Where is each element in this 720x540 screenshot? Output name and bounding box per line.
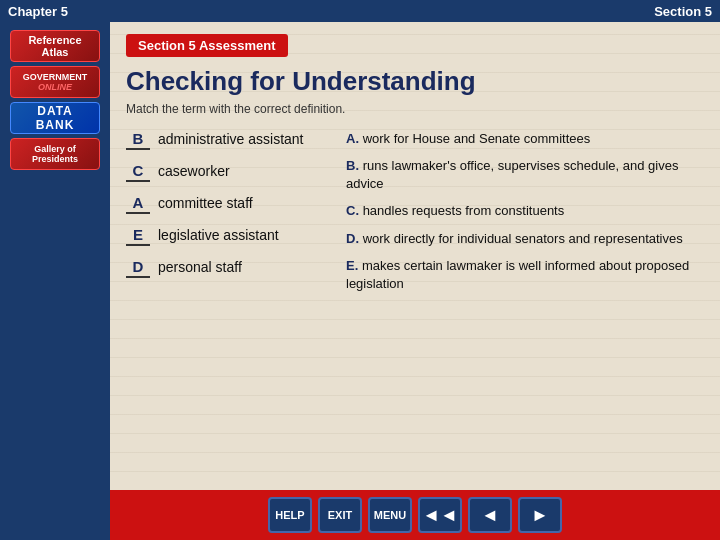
term-text: committee staff: [158, 194, 253, 212]
definition-item: E. makes certain lawmaker is well inform…: [346, 257, 704, 292]
sidebar-item-gallery[interactable]: Gallery ofPresidents: [10, 138, 100, 170]
bottom-nav-bar: HELPEXITMENU◄◄◄►: [110, 490, 720, 540]
def-letter: D.: [346, 231, 359, 246]
answer-blank: A: [126, 194, 150, 214]
answer-blank: C: [126, 162, 150, 182]
def-text: makes certain lawmaker is well informed …: [346, 258, 689, 291]
term-item: E legislative assistant: [126, 226, 326, 246]
section-badge: Section 5 Assessment: [126, 34, 288, 57]
def-text: work for House and Senate committees: [363, 131, 591, 146]
term-text: personal staff: [158, 258, 242, 276]
def-letter: C.: [346, 203, 359, 218]
term-text: caseworker: [158, 162, 230, 180]
nav-button-[interactable]: ►: [518, 497, 562, 533]
definition-item: B. runs lawmaker's office, supervises sc…: [346, 157, 704, 192]
definitions-column: A. work for House and Senate committeesB…: [346, 130, 704, 303]
sidebar-item-government-online[interactable]: GOVERNMENT ONLINE: [10, 66, 100, 98]
sidebar-item-reference-atlas[interactable]: ReferenceAtlas: [10, 30, 100, 62]
nav-button-[interactable]: ◄: [468, 497, 512, 533]
definition-item: D. work directly for individual senators…: [346, 230, 704, 248]
term-item: C caseworker: [126, 162, 326, 182]
content-columns: B administrative assistant C caseworker …: [126, 130, 704, 303]
def-letter: E.: [346, 258, 358, 273]
gallery-label: Gallery ofPresidents: [32, 144, 78, 164]
government-label: GOVERNMENT: [23, 72, 88, 82]
online-label: ONLINE: [38, 82, 72, 92]
def-letter: A.: [346, 131, 359, 146]
section-label: Section 5: [654, 4, 712, 19]
top-bar: Chapter 5 Section 5: [0, 0, 720, 22]
nav-button-help[interactable]: HELP: [268, 497, 312, 533]
terms-column: B administrative assistant C caseworker …: [126, 130, 326, 303]
definition-item: C. handles requests from constituents: [346, 202, 704, 220]
term-item: D personal staff: [126, 258, 326, 278]
answer-blank: E: [126, 226, 150, 246]
reference-atlas-label: ReferenceAtlas: [28, 34, 81, 58]
answer-blank: B: [126, 130, 150, 150]
nav-button-exit[interactable]: EXIT: [318, 497, 362, 533]
def-text: handles requests from constituents: [363, 203, 565, 218]
sidebar-item-data-bank[interactable]: DATABANK: [10, 102, 100, 134]
subtitle: Match the term with the correct definiti…: [126, 102, 704, 116]
page-title: Checking for Understanding: [126, 67, 704, 96]
nav-button-menu[interactable]: MENU: [368, 497, 412, 533]
chapter-label: Chapter 5: [8, 4, 68, 19]
main-content: Section 5 Assessment Checking for Unders…: [110, 22, 720, 490]
term-text: administrative assistant: [158, 130, 304, 148]
definition-item: A. work for House and Senate committees: [346, 130, 704, 148]
sidebar: ReferenceAtlas GOVERNMENT ONLINE DATABAN…: [0, 22, 110, 540]
data-bank-label: DATABANK: [36, 104, 75, 132]
def-text: runs lawmaker's office, supervises sched…: [346, 158, 678, 191]
term-item: B administrative assistant: [126, 130, 326, 150]
term-text: legislative assistant: [158, 226, 279, 244]
def-text: work directly for individual senators an…: [363, 231, 683, 246]
answer-blank: D: [126, 258, 150, 278]
def-letter: B.: [346, 158, 359, 173]
nav-button-[interactable]: ◄◄: [418, 497, 462, 533]
term-item: A committee staff: [126, 194, 326, 214]
